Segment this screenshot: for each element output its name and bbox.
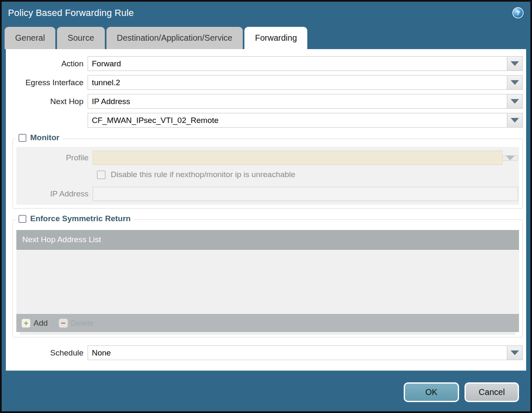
dialog-button-bar: OK Cancel [404, 382, 519, 402]
cancel-button[interactable]: Cancel [465, 382, 519, 402]
monitor-fields-area: Profile Disable this rule if nexthop/mon… [16, 147, 519, 205]
schedule-label: Schedule [6, 348, 88, 358]
table-scroll-strip [20, 332, 516, 335]
egress-interface-label: Egress Interface [6, 78, 88, 87]
egress-interface-dropdown-button[interactable] [507, 75, 523, 90]
monitor-ip-address-label: IP Address [16, 189, 93, 199]
next-hop-address-list-header-label: Next Hop Address List [22, 235, 101, 244]
add-icon: + [21, 319, 31, 328]
profile-label: Profile [16, 153, 93, 162]
profile-dropdown-button [503, 155, 518, 161]
next-hop-address-list-header: Next Hop Address List [16, 230, 519, 250]
egress-interface-input[interactable] [88, 75, 507, 90]
help-icon[interactable]: ? [512, 7, 524, 18]
action-label: Action [6, 59, 88, 68]
add-button[interactable]: + Add [21, 319, 48, 328]
tab-general[interactable]: General [5, 27, 55, 49]
delete-button-label: Delete [71, 319, 94, 328]
next-hop-address-list-body[interactable] [16, 250, 519, 314]
chevron-down-icon [511, 118, 519, 123]
schedule-dropdown-button[interactable] [507, 345, 523, 360]
action-input[interactable] [88, 56, 507, 71]
ok-button[interactable]: OK [404, 382, 459, 402]
monitor-legend: Monitor [16, 133, 62, 142]
delete-button: − Delete [59, 319, 94, 328]
tab-forwarding[interactable]: Forwarding [244, 27, 307, 49]
schedule-row: Schedule [6, 345, 523, 360]
next-hop-type-dropdown-button[interactable] [507, 94, 523, 109]
monitor-section: Monitor Profile Disable this rule if nex… [13, 139, 523, 209]
add-button-label: Add [34, 319, 48, 328]
action-row: Action [6, 56, 523, 71]
next-hop-row: Next Hop [6, 94, 523, 109]
chevron-down-icon [511, 61, 519, 66]
next-hop-address-list-table: Next Hop Address List + Add − Delete [16, 230, 519, 335]
chevron-down-icon [511, 80, 519, 85]
enforce-symmetric-return-section: Enforce Symmetric Return Next Hop Addres… [13, 220, 523, 337]
next-hop-address-row [6, 113, 523, 128]
next-hop-label: Next Hop [6, 97, 88, 106]
dialog-window: Policy Based Forwarding Rule ? General S… [0, 0, 532, 413]
next-hop-address-dropdown-button[interactable] [507, 113, 523, 128]
next-hop-address-list-toolbar: + Add − Delete [16, 314, 519, 332]
enforce-legend: Enforce Symmetric Return [16, 214, 134, 223]
tab-bar: General Source Destination/Application/S… [2, 24, 530, 49]
chevron-down-icon [511, 350, 519, 355]
tab-source[interactable]: Source [57, 27, 104, 49]
disable-rule-row: Disable this rule if nexthop/monitor ip … [97, 170, 518, 179]
profile-input [93, 151, 503, 165]
monitor-legend-label: Monitor [30, 133, 60, 142]
forwarding-tab-panel: Action Egress Interface Next Hop [6, 49, 526, 371]
action-dropdown-button[interactable] [507, 56, 523, 71]
monitor-ip-address-row: IP Address [16, 187, 518, 201]
enforce-symmetric-return-checkbox[interactable] [18, 215, 26, 223]
profile-row: Profile [16, 151, 518, 165]
next-hop-address-input[interactable] [88, 113, 507, 128]
monitor-ip-address-input [93, 187, 518, 201]
monitor-checkbox[interactable] [18, 134, 26, 142]
disable-rule-label: Disable this rule if nexthop/monitor ip … [111, 170, 295, 179]
delete-icon: − [59, 319, 68, 328]
enforce-legend-label: Enforce Symmetric Return [30, 214, 131, 223]
chevron-down-icon [506, 156, 514, 160]
dialog-title: Policy Based Forwarding Rule [8, 8, 134, 18]
chevron-down-icon [511, 99, 519, 104]
tab-destination-application-service[interactable]: Destination/Application/Service [106, 27, 243, 49]
next-hop-type-input[interactable] [88, 94, 507, 109]
schedule-input[interactable] [88, 345, 507, 360]
egress-interface-row: Egress Interface [6, 75, 523, 90]
title-bar: Policy Based Forwarding Rule [2, 2, 530, 24]
disable-rule-checkbox [97, 170, 106, 179]
